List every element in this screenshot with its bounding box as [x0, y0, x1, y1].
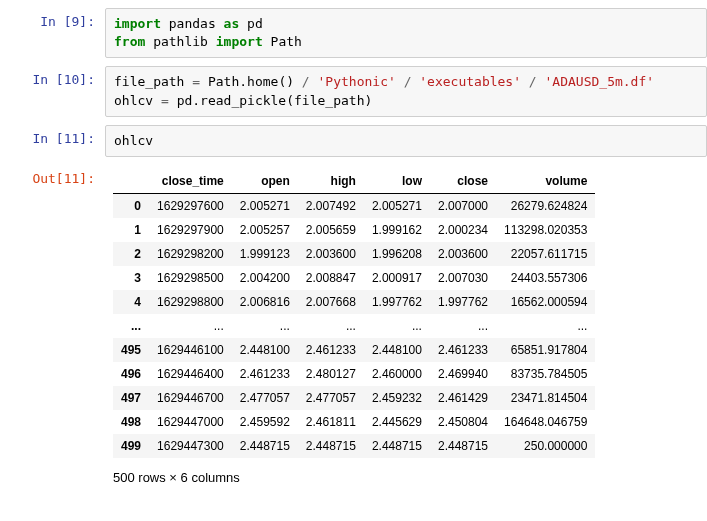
- table-cell: 2.461429: [430, 386, 496, 410]
- table-cell: 1629297600: [149, 193, 232, 218]
- op: /: [404, 74, 412, 89]
- alias: pd: [247, 16, 263, 31]
- table-row: 49916294473002.4487152.4487152.4487152.4…: [113, 434, 595, 458]
- table-cell: 24403.557306: [496, 266, 595, 290]
- table-cell: ...: [364, 314, 430, 338]
- table-cell: 1629298500: [149, 266, 232, 290]
- table-cell: 2.460000: [364, 362, 430, 386]
- table-cell: 2.000234: [430, 218, 496, 242]
- table-cell: 2.469940: [430, 362, 496, 386]
- table-cell: 1629298200: [149, 242, 232, 266]
- table-cell: 1.999162: [364, 218, 430, 242]
- table-cell: 2.000917: [364, 266, 430, 290]
- table-cell: 2.461811: [298, 410, 364, 434]
- code-cell-11: In [11]: ohlcv: [0, 125, 707, 157]
- output-content: close_time open high low close volume 01…: [105, 165, 707, 485]
- table-cell: 2.003600: [430, 242, 496, 266]
- keyword: import: [114, 16, 161, 31]
- table-cell: 2.007030: [430, 266, 496, 290]
- table-cell: ...: [430, 314, 496, 338]
- table-cell: 83735.784505: [496, 362, 595, 386]
- expr: Path.home(): [208, 74, 294, 89]
- table-row: 49616294464002.4612332.4801272.4600002.4…: [113, 362, 595, 386]
- table-cell: 2.005659: [298, 218, 364, 242]
- table-cell: 65851.917804: [496, 338, 595, 362]
- table-cell: 1.996208: [364, 242, 430, 266]
- output-prompt: Out[11]:: [0, 165, 105, 485]
- op: =: [192, 74, 200, 89]
- table-cell: 1.997762: [364, 290, 430, 314]
- table-cell: 2.450804: [430, 410, 496, 434]
- table-row: 016292976002.0052712.0074922.0052712.007…: [113, 193, 595, 218]
- table-cell: 2.005257: [232, 218, 298, 242]
- table-row: 416292988002.0068162.0076681.9977621.997…: [113, 290, 595, 314]
- var: file_path: [114, 74, 184, 89]
- output-cell-11: Out[11]: close_time open high low close …: [0, 165, 707, 485]
- table-cell: 2.008847: [298, 266, 364, 290]
- row-index: ...: [113, 314, 149, 338]
- table-cell: ...: [232, 314, 298, 338]
- col-header: volume: [496, 169, 595, 194]
- col-header: low: [364, 169, 430, 194]
- op: =: [161, 93, 169, 108]
- expr: pd.read_pickle(file_path): [177, 93, 373, 108]
- table-cell: 2.448715: [364, 434, 430, 458]
- string: 'executables': [419, 74, 521, 89]
- table-cell: ...: [149, 314, 232, 338]
- row-index: 2: [113, 242, 149, 266]
- table-cell: 2.461233: [430, 338, 496, 362]
- table-cell: 26279.624824: [496, 193, 595, 218]
- input-prompt: In [10]:: [0, 66, 105, 116]
- table-cell: 1629446400: [149, 362, 232, 386]
- table-cell: 22057.611715: [496, 242, 595, 266]
- table-cell: 164648.046759: [496, 410, 595, 434]
- module: pathlib: [153, 34, 208, 49]
- input-prompt: In [11]:: [0, 125, 105, 157]
- table-cell: 113298.020353: [496, 218, 595, 242]
- dataframe-table: close_time open high low close volume 01…: [113, 169, 595, 458]
- table-cell: 2.448715: [298, 434, 364, 458]
- table-row: 49716294467002.4770572.4770572.4592322.4…: [113, 386, 595, 410]
- table-cell: 2.461233: [232, 362, 298, 386]
- table-cell: 2.004200: [232, 266, 298, 290]
- code-input[interactable]: ohlcv: [105, 125, 707, 157]
- table-cell: 1629298800: [149, 290, 232, 314]
- string: 'Pythonic': [318, 74, 396, 89]
- table-cell: 2.480127: [298, 362, 364, 386]
- table-cell: 2.459592: [232, 410, 298, 434]
- table-cell: 2.006816: [232, 290, 298, 314]
- table-cell: 2.461233: [298, 338, 364, 362]
- table-cell: 2.007000: [430, 193, 496, 218]
- cell-content: file_path = Path.home() / 'Pythonic' / '…: [105, 66, 707, 116]
- col-header: close: [430, 169, 496, 194]
- table-row: 49816294470002.4595922.4618112.4456292.4…: [113, 410, 595, 434]
- code-input[interactable]: file_path = Path.home() / 'Pythonic' / '…: [105, 66, 707, 116]
- table-cell: 2.448715: [232, 434, 298, 458]
- input-prompt: In [9]:: [0, 8, 105, 58]
- row-index: 1: [113, 218, 149, 242]
- table-cell: 1629297900: [149, 218, 232, 242]
- table-cell: 2.477057: [298, 386, 364, 410]
- col-header: close_time: [149, 169, 232, 194]
- keyword: import: [216, 34, 263, 49]
- row-index: 498: [113, 410, 149, 434]
- name: Path: [271, 34, 302, 49]
- table-cell: 2.448100: [232, 338, 298, 362]
- table-row: 216292982001.9991232.0036001.9962082.003…: [113, 242, 595, 266]
- code-input[interactable]: import pandas as pd from pathlib import …: [105, 8, 707, 58]
- var: ohlcv: [114, 133, 153, 148]
- col-header: high: [298, 169, 364, 194]
- table-cell: ...: [298, 314, 364, 338]
- table-cell: 2.005271: [364, 193, 430, 218]
- index-header: [113, 169, 149, 194]
- row-index: 499: [113, 434, 149, 458]
- table-cell: 23471.814504: [496, 386, 595, 410]
- table-row: 49516294461002.4481002.4612332.4481002.4…: [113, 338, 595, 362]
- col-header: open: [232, 169, 298, 194]
- cell-content: import pandas as pd from pathlib import …: [105, 8, 707, 58]
- table-cell: 1629446100: [149, 338, 232, 362]
- table-header-row: close_time open high low close volume: [113, 169, 595, 194]
- dataframe-summary: 500 rows × 6 columns: [113, 470, 707, 485]
- table-row: 116292979002.0052572.0056591.9991622.000…: [113, 218, 595, 242]
- code-cell-10: In [10]: file_path = Path.home() / 'Pyth…: [0, 66, 707, 116]
